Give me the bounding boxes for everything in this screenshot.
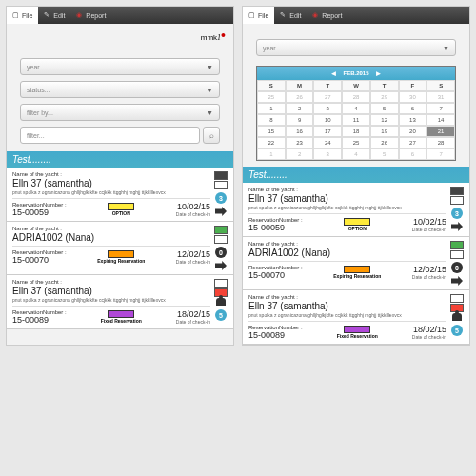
cal-day[interactable]: 16	[286, 126, 314, 137]
yacht-desc: pnut spolka z ogranicazona ghlljhglkjkft…	[248, 205, 446, 210]
cal-day[interactable]: 3	[313, 103, 342, 114]
cal-day[interactable]: 6	[399, 149, 427, 160]
year-select-label: year...	[27, 64, 45, 70]
cal-day[interactable]: 24	[313, 137, 342, 149]
res-number: 15-00089	[248, 330, 303, 340]
chevron-down-icon: ▼	[207, 109, 213, 116]
cal-day[interactable]: 27	[399, 137, 427, 149]
cal-day[interactable]: 28	[342, 91, 370, 103]
chevron-down-icon: ▼	[443, 45, 449, 51]
cal-dayhead: T	[370, 80, 399, 91]
yacht-name: Elln 37 (samantha)	[248, 301, 446, 311]
report-icon: ◉	[312, 11, 320, 19]
color-swatch-2	[450, 250, 464, 259]
cal-day[interactable]: 2	[286, 149, 314, 160]
res-number: 15-00089	[12, 315, 67, 325]
count-badge: 3	[215, 192, 227, 204]
reservation-card: Name of the yacht : ADRIA1002 (Nana) Res…	[7, 222, 233, 275]
cal-day[interactable]: 2	[286, 103, 314, 114]
card-side: 3	[214, 171, 228, 217]
cal-day[interactable]: 27	[313, 91, 342, 103]
cal-day[interactable]: 7	[426, 103, 455, 114]
cal-day[interactable]: 14	[426, 114, 455, 126]
checkin-label: Date of check-in	[412, 274, 446, 280]
cal-day[interactable]: 1	[257, 103, 286, 114]
tab-edit[interactable]: ✎Edit	[38, 7, 70, 24]
filters: year...▼	[243, 31, 469, 64]
edit-icon: ✎	[44, 11, 51, 19]
tab-file[interactable]: ▢File	[243, 7, 274, 24]
color-swatch-1	[214, 279, 228, 288]
filterby-select[interactable]: filter by...▼	[20, 104, 220, 121]
status-badge	[344, 326, 370, 333]
cal-day[interactable]: 5	[370, 103, 399, 114]
cal-day[interactable]: 4	[342, 103, 370, 114]
arrow-right-icon[interactable]	[215, 261, 227, 270]
arrow-right-icon[interactable]	[451, 276, 463, 286]
cal-day[interactable]: 22	[257, 137, 286, 149]
card-side: 5	[214, 279, 228, 325]
search-button[interactable]: ⌕	[203, 127, 220, 144]
filter-placeholder: filter...	[27, 132, 45, 139]
checkin-date: 10/02/15	[412, 217, 446, 227]
cal-day[interactable]: 20	[399, 126, 427, 137]
cal-day[interactable]: 6	[399, 103, 427, 114]
cal-day[interactable]: 17	[313, 126, 342, 137]
yacht-desc: pnut spolka z ogranicazona ghlljhglkjkft…	[12, 297, 210, 303]
tab-report[interactable]: ◉Report	[307, 7, 347, 24]
cal-day[interactable]: 3	[313, 149, 342, 160]
yacht-label: Name of the yacht :	[12, 279, 210, 285]
cal-day[interactable]: 5	[370, 149, 399, 160]
tab-edit[interactable]: ✎Edit	[274, 7, 307, 24]
cal-day[interactable]: 19	[370, 126, 399, 137]
status-text: Expiring Reservation	[333, 274, 381, 279]
arrow-right-icon[interactable]	[451, 222, 463, 231]
chevron-down-icon: ▼	[207, 87, 213, 93]
res-number: 15-00059	[248, 223, 303, 232]
yacht-desc: pnut spolka z ogranicazona ghlljhglkjkft…	[12, 189, 210, 195]
status-select[interactable]: status...▼	[20, 81, 220, 98]
cal-day[interactable]: 26	[370, 137, 399, 149]
guest-icon	[452, 313, 462, 321]
yacht-label: Name of the yacht :	[248, 187, 446, 192]
cal-day[interactable]: 21	[426, 126, 455, 137]
yacht-label: Name of the yacht :	[248, 241, 446, 247]
status-text: Fixed Reservation	[337, 334, 378, 339]
card-side: 3	[450, 187, 464, 232]
cal-day[interactable]: 30	[399, 91, 427, 103]
status-text: Fixed Reservation	[101, 319, 142, 324]
checkin-label: Date of check-in	[412, 227, 446, 232]
tab-report[interactable]: ◉Report	[70, 7, 111, 24]
cal-next[interactable]: ►	[375, 69, 383, 78]
tab-file[interactable]: ▢File	[7, 7, 38, 24]
cal-day[interactable]: 25	[342, 137, 370, 149]
card-side: 0	[214, 226, 228, 270]
cal-day[interactable]: 8	[257, 114, 286, 126]
cal-day[interactable]: 13	[399, 114, 427, 126]
cal-day[interactable]: 11	[342, 114, 370, 126]
year-select[interactable]: year...▼	[20, 58, 220, 75]
calendar-header: ◄FEB.2015►	[257, 67, 455, 80]
cal-prev[interactable]: ◄	[330, 69, 338, 78]
cal-dayhead: M	[286, 80, 314, 91]
panel-right: ▢File ✎Edit ◉Report year...▼ ◄FEB.2015► …	[242, 6, 470, 346]
cal-day[interactable]: 26	[286, 91, 314, 103]
cal-day[interactable]: 7	[426, 149, 455, 160]
yacht-name: ADRIA1002 (Nana)	[12, 232, 210, 243]
cal-day[interactable]: 18	[342, 126, 370, 137]
cal-day[interactable]: 28	[426, 137, 455, 149]
cal-day[interactable]: 31	[426, 91, 455, 103]
edit-icon: ✎	[280, 11, 288, 19]
filter-input[interactable]: filter...	[20, 127, 200, 144]
cal-day[interactable]: 29	[370, 91, 399, 103]
cal-day[interactable]: 25	[257, 91, 286, 103]
cal-day[interactable]: 12	[370, 114, 399, 126]
arrow-right-icon[interactable]	[215, 207, 227, 216]
year-select[interactable]: year...▼	[256, 39, 456, 56]
cal-day[interactable]: 23	[286, 137, 314, 149]
cal-day[interactable]: 4	[342, 149, 370, 160]
cal-day[interactable]: 9	[286, 114, 314, 126]
cal-day[interactable]: 1	[257, 149, 286, 160]
cal-day[interactable]: 10	[313, 114, 342, 126]
cal-day[interactable]: 15	[257, 126, 286, 137]
